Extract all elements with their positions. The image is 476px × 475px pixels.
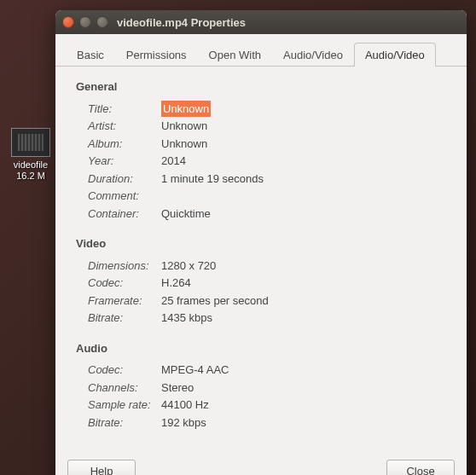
- value-framerate: 25 frames per second: [161, 293, 269, 310]
- value-audio-codec: MPEG-4 AAC: [161, 362, 229, 379]
- tab-open-with[interactable]: Open With: [198, 43, 272, 67]
- section-general: General Title:Unknown Artist:Unknown Alb…: [76, 78, 446, 222]
- value-album: Unknown: [161, 136, 207, 153]
- value-sample-rate: 44100 Hz: [161, 397, 209, 414]
- dialog-footer: Help Close: [55, 451, 467, 475]
- value-container: Quicktime: [161, 206, 211, 223]
- close-icon[interactable]: [62, 16, 74, 28]
- desktop-file-name: videofile: [10, 159, 51, 171]
- tab-permissions[interactable]: Permissions: [115, 43, 198, 67]
- value-video-codec: H.264: [161, 275, 191, 292]
- label-title: Title:: [76, 101, 161, 118]
- tab-audio-video-2[interactable]: Audio/Video: [354, 43, 436, 67]
- label-video-codec: Codec:: [76, 275, 161, 292]
- help-button[interactable]: Help: [67, 460, 136, 475]
- tab-basic[interactable]: Basic: [66, 43, 115, 67]
- tab-bar: Basic Permissions Open With Audio/Video …: [55, 34, 467, 67]
- value-duration: 1 minute 19 seconds: [161, 171, 264, 188]
- label-album: Album:: [76, 136, 161, 153]
- heading-general: General: [76, 78, 446, 96]
- label-container: Container:: [76, 206, 161, 223]
- label-audio-codec: Codec:: [76, 362, 161, 379]
- minimize-icon[interactable]: [79, 16, 91, 28]
- value-audio-bitrate: 192 kbps: [161, 414, 206, 432]
- properties-window: videofile.mp4 Properties Basic Permissio…: [55, 10, 467, 475]
- section-video: Video Dimensions:1280 x 720 Codec:H.264 …: [76, 235, 446, 327]
- heading-audio: Audio: [76, 340, 446, 357]
- label-comment: Comment:: [76, 188, 161, 205]
- value-channels: Stereo: [161, 379, 194, 397]
- label-video-bitrate: Bitrate:: [76, 310, 161, 327]
- window-title: videofile.mp4 Properties: [117, 16, 246, 29]
- label-artist: Artist:: [76, 118, 161, 135]
- value-dimensions: 1280 x 720: [161, 258, 216, 275]
- label-dimensions: Dimensions:: [76, 258, 161, 275]
- tab-audio-video-1[interactable]: Audio/Video: [272, 43, 354, 67]
- heading-video: Video: [76, 235, 446, 252]
- value-year: 2014: [161, 153, 186, 170]
- value-video-bitrate: 1435 kbps: [161, 310, 212, 327]
- desktop-file-size: 16.2 M: [10, 171, 51, 182]
- value-title[interactable]: Unknown: [161, 101, 211, 118]
- label-duration: Duration:: [76, 171, 161, 188]
- label-channels: Channels:: [76, 379, 161, 397]
- label-sample-rate: Sample rate:: [76, 397, 161, 414]
- label-audio-bitrate: Bitrate:: [76, 414, 161, 432]
- tab-content: General Title:Unknown Artist:Unknown Alb…: [55, 67, 467, 451]
- desktop-file-icon[interactable]: videofile 16.2 M: [10, 128, 51, 182]
- section-audio: Audio Codec:MPEG-4 AAC Channels:Stereo S…: [76, 340, 446, 432]
- video-thumbnail-icon: [11, 128, 50, 157]
- value-artist: Unknown: [161, 118, 207, 135]
- maximize-icon[interactable]: [96, 16, 108, 28]
- close-button[interactable]: Close: [386, 460, 455, 475]
- label-framerate: Framerate:: [76, 293, 161, 310]
- label-year: Year:: [76, 153, 161, 170]
- titlebar[interactable]: videofile.mp4 Properties: [55, 10, 467, 34]
